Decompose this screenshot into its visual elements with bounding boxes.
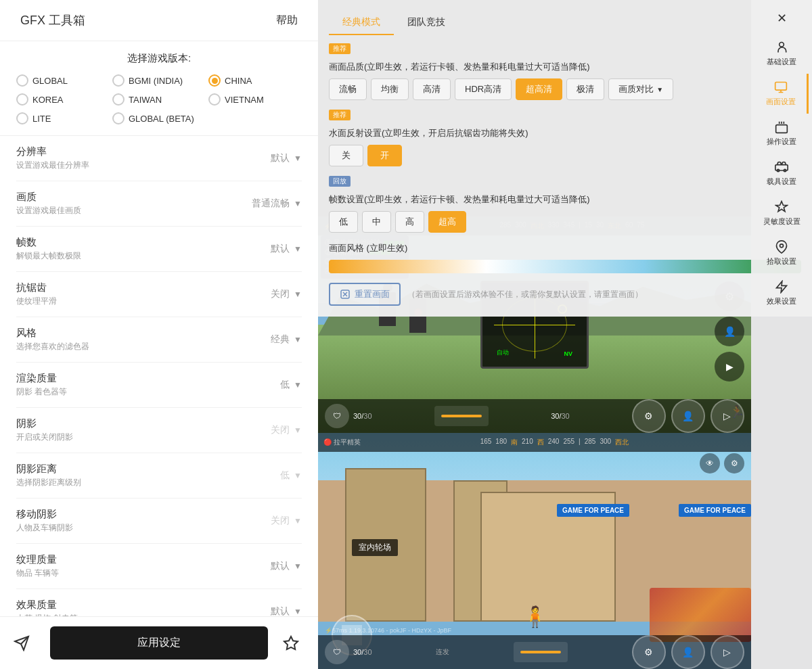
svg-marker-13 xyxy=(777,281,787,293)
fps-low[interactable]: 低 xyxy=(329,211,358,233)
sidebar-item-display[interactable]: 画面设置 xyxy=(754,74,809,114)
chevron-icon: ▼ xyxy=(294,154,302,163)
setting-shadow-distance: 阴影距离 选择阴影距离级别 低 ▼ xyxy=(16,453,302,499)
setting-render-quality: 渲染质量 阴影 着色器等 低 ▼ xyxy=(16,363,302,408)
radio-global-beta xyxy=(112,112,125,124)
radio-korea xyxy=(16,93,28,106)
weapon-bar-top: 🛡 30/30 30/30 ⚙ 👤 ▷ xyxy=(318,399,751,433)
style-block: 画面风格 (立即生效) xyxy=(329,242,801,273)
chevron-icon: ▼ xyxy=(294,335,302,344)
radio-vietnam xyxy=(208,93,221,106)
quality-ultra-hd[interactable]: 超高清 xyxy=(516,78,562,100)
player-character: 🧍 xyxy=(522,605,547,628)
setting-texture: 纹理质量 物品 车辆等 默认 ▼ xyxy=(16,544,302,589)
chevron-icon: ▼ xyxy=(294,561,302,571)
send-button[interactable] xyxy=(14,630,41,657)
reset-button[interactable]: 重置画面 xyxy=(329,283,401,306)
version-global[interactable]: GLOBAL xyxy=(16,74,110,87)
version-global-beta[interactable]: GLOBAL (BETA) xyxy=(112,112,302,124)
chevron-icon: ▼ xyxy=(294,516,302,526)
version-section: 选择游戏版本: GLOBAL BGMI (INDIA) CHINA KOREA xyxy=(0,41,318,136)
setting-moving-shadow: 移动阴影 人物及车辆阴影 关闭 ▼ xyxy=(16,499,302,544)
sidebar-item-basic[interactable]: 基础设置 xyxy=(754,34,809,74)
reset-hint: （若画面设置后游戏体验不佳，或需你复默认设置，请重置画面） xyxy=(407,289,643,300)
fps-tag: 回放 xyxy=(329,176,351,187)
apply-button[interactable]: 应用设定 xyxy=(50,626,268,660)
version-china[interactable]: CHINA xyxy=(208,74,302,87)
fps-high[interactable]: 高 xyxy=(395,211,424,233)
quality-smooth[interactable]: 流畅 xyxy=(329,78,367,100)
version-korea[interactable]: KOREA xyxy=(16,93,110,106)
overlay-settings: 经典模式 团队竞技 推荐 画面品质(立即生效，若运行卡顿、发热量和耗电量过大可适… xyxy=(318,0,812,317)
chevron-icon: ▼ xyxy=(294,199,302,208)
setting-shadow: 阴影 开启或关闭阴影 关闭 ▼ xyxy=(16,408,302,453)
tab-team[interactable]: 团队竞技 xyxy=(394,11,459,35)
version-title: 选择游戏版本: xyxy=(16,52,302,65)
favorite-button[interactable] xyxy=(277,630,304,657)
version-vietnam[interactable]: VIETNAM xyxy=(208,93,302,106)
quality-hd[interactable]: 高清 xyxy=(413,78,451,100)
setting-effect-quality: 效果质量 火花 爆炸 射击等 默认 ▼ xyxy=(16,589,302,616)
setting-style: 风格 选择您喜欢的滤色器 经典 ▼ xyxy=(16,317,302,363)
water-off[interactable]: 关 xyxy=(329,145,363,166)
app-title: GFX 工具箱 xyxy=(20,12,85,28)
water-block: 推荐 水面反射设置(立即生效，开启后抗锯齿功能将失效) 关 开 xyxy=(329,110,801,166)
radio-global xyxy=(16,74,28,87)
left-header: GFX 工具箱 帮助 xyxy=(0,0,318,41)
svg-point-12 xyxy=(780,244,784,248)
chevron-icon: ▼ xyxy=(294,471,302,480)
sidebar-item-effects[interactable]: 效果设置 xyxy=(754,273,809,313)
fps-ultra[interactable]: 超高 xyxy=(428,211,466,233)
water-on[interactable]: 开 xyxy=(367,145,402,166)
fps-title: 帧数设置(立即生效，若运行卡顿、发热量和耗电量过大可适当降低) xyxy=(329,193,801,206)
radio-taiwan xyxy=(112,93,125,106)
radio-lite xyxy=(16,112,28,124)
setting-quality: 画质 设置游戏最佳画质 普通流畅 ▼ xyxy=(16,181,302,227)
quality-compare[interactable]: 画质对比 ▼ xyxy=(608,78,673,100)
radio-china xyxy=(208,74,221,87)
sidebar-item-sensitivity[interactable]: 灵敏度设置 xyxy=(754,193,809,233)
bottom-bar: 应用设定 xyxy=(0,616,318,669)
setting-resolution: 分辨率 设置游戏最佳分辨率 默认 ▼ xyxy=(16,136,302,181)
version-lite[interactable]: LITE xyxy=(16,112,110,124)
version-taiwan[interactable]: TAIWAN xyxy=(112,93,206,106)
fps-options: 低 中 高 超高 xyxy=(329,211,801,233)
sidebar-item-pickup[interactable]: 拾取设置 xyxy=(754,233,809,273)
quality-options: 流畅 均衡 高清 HDR高清 超高清 极清 画质对比 ▼ xyxy=(329,78,801,100)
right-panel: 经典模式 团队竞技 推荐 画面品质(立即生效，若运行卡顿、发热量和耗电量过大可适… xyxy=(318,0,812,669)
svg-marker-2 xyxy=(284,637,298,649)
left-panel: GFX 工具箱 帮助 选择游戏版本: GLOBAL BGMI (INDIA) C… xyxy=(0,0,318,669)
sidebar-item-vehicle[interactable]: 载具设置 xyxy=(754,154,809,193)
tab-classic[interactable]: 经典模式 xyxy=(329,11,394,35)
fps-block: 回放 帧数设置(立即生效，若运行卡顿、发热量和耗电量过大可适当降低) 低 中 高… xyxy=(329,176,801,233)
settings-list: 分辨率 设置游戏最佳分辨率 默认 ▼ 画质 设置游戏最佳画质 普通流畅 ▼ 帧数… xyxy=(0,136,318,616)
close-button[interactable]: ✕ xyxy=(754,5,809,31)
quality-block: 推荐 画面品质(立即生效，若运行卡顿、发热量和耗电量过大可适当降低) 流畅 均衡… xyxy=(329,43,801,100)
reset-row: 重置画面 （若画面设置后游戏体验不佳，或需你复默认设置，请重置画面） xyxy=(329,283,801,306)
quality-balanced[interactable]: 均衡 xyxy=(371,78,409,100)
game-view-bottom: GAME FOR PEACE GAME FOR PEACE 室内轮场 🔴 拉平精… xyxy=(318,433,751,669)
style-title: 画面风格 (立即生效) xyxy=(329,242,801,254)
water-toggle: 关 开 xyxy=(329,145,801,166)
radio-bgmi xyxy=(112,74,125,87)
setting-fps: 帧数 解锁最大帧数极限 默认 ▼ xyxy=(16,227,302,272)
svg-point-6 xyxy=(780,43,784,47)
chevron-icon: ▼ xyxy=(294,607,302,616)
svg-rect-7 xyxy=(775,83,786,91)
sidebar-item-controls[interactable]: 操作设置 xyxy=(754,114,809,154)
help-link[interactable]: 帮助 xyxy=(276,14,298,28)
setting-antialiasing: 抗锯齿 使纹理平滑 关闭 ▼ xyxy=(16,272,302,317)
version-bgmi[interactable]: BGMI (INDIA) xyxy=(112,74,206,87)
chevron-icon: ▼ xyxy=(294,380,302,390)
version-grid: GLOBAL BGMI (INDIA) CHINA KOREA TAIWAN xyxy=(16,74,302,124)
quality-hdr[interactable]: HDR高清 xyxy=(455,78,512,100)
water-title: 水面反射设置(立即生效，开启后抗锯齿功能将失效) xyxy=(329,127,801,139)
game-hud-compass-bottom: 🔴 拉平精英 165 180 南 210 西 240 255 | 285 300… xyxy=(318,433,751,452)
fps-mid[interactable]: 中 xyxy=(362,211,391,233)
chevron-icon: ▼ xyxy=(294,290,302,299)
weapon-bar-bottom: 🛡 30/30 连发 ⚙ 👤 ▷ xyxy=(318,635,751,669)
action-buttons: ⚙ 👤 ▷ xyxy=(632,399,744,433)
action-buttons-bottom: ⚙ 👤 ▷ xyxy=(632,635,744,669)
right-sidebar: ✕ 基础设置 画面设置 操作设置 载具设置 灵敏度设置 拾取设置 效果设置 xyxy=(751,0,812,669)
quality-ultra[interactable]: 极清 xyxy=(566,78,604,100)
